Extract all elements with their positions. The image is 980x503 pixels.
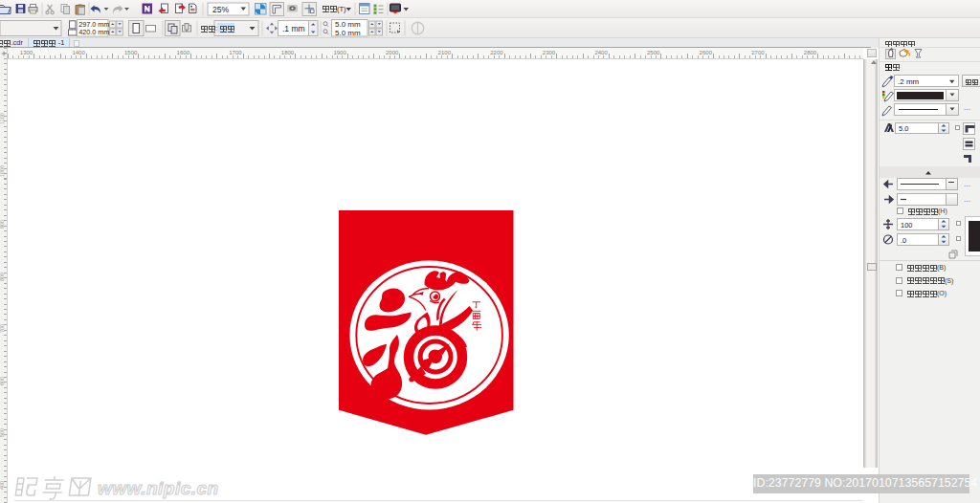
- svg-text:25%: 25%: [212, 5, 229, 14]
- svg-text:5.0 mm: 5.0 mm: [335, 29, 361, 37]
- svg-text:420.0 mm: 420.0 mm: [78, 28, 109, 36]
- svg-text:www.nipic.cn: www.nipic.cn: [98, 478, 219, 498]
- svg-text:.1 mm: .1 mm: [282, 24, 305, 33]
